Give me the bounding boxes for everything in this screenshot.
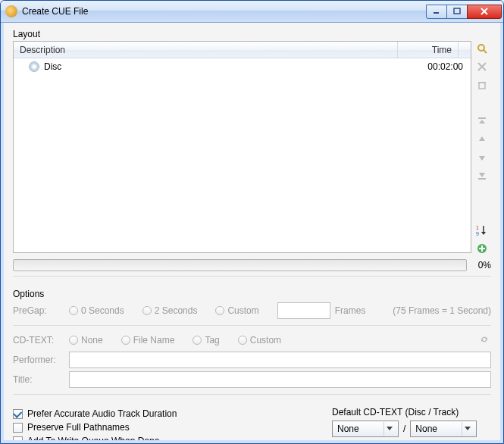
maximize-button[interactable] [446,5,468,19]
move-up-icon[interactable] [474,132,490,147]
cdtext-custom-label: Custom [250,335,281,346]
layout-section-label: Layout [13,29,491,39]
move-bottom-icon[interactable] [474,168,490,183]
svg-point-4 [478,45,484,51]
frames-label: Frames [335,305,366,316]
sort-numeric-icon[interactable]: 19 [474,223,490,238]
search-icon[interactable] [474,41,490,56]
svg-rect-8 [479,83,485,89]
pregap-0s-radio[interactable]: 0 Seconds [69,305,124,316]
cdtext-none-label: None [81,335,103,346]
refresh-icon[interactable] [477,334,491,347]
svg-marker-24 [465,427,471,430]
accurate-duration-checkbox[interactable] [13,409,23,419]
preserve-pathnames-checkbox[interactable] [13,423,23,433]
disc-select-value: None [337,424,359,434]
svg-marker-13 [479,156,485,161]
default-cdtext-disc-select[interactable]: None [332,421,399,437]
svg-text:9: 9 [476,231,479,236]
svg-marker-12 [479,136,485,141]
title-input[interactable] [69,371,491,388]
svg-marker-23 [387,427,393,430]
track-select-value: None [415,424,437,434]
column-description[interactable]: Description [14,42,398,58]
svg-marker-19 [481,232,486,235]
close-button[interactable] [467,5,502,19]
accurate-duration-label: Prefer Accurate Audio Track Duration [27,408,177,419]
cdtext-label: CD-TEXT: [13,335,64,346]
chevron-down-icon [383,422,395,436]
cdtext-tag-radio[interactable]: Tag [193,335,219,346]
side-toolbar: 19 [474,41,491,256]
disc-icon [29,61,39,72]
dialog-window: Create CUE File Layout Description Time [0,0,504,444]
pregap-2s-radio[interactable]: 2 Seconds [142,305,198,316]
preserve-pathnames-label: Preserve Full Pathnames [27,422,130,433]
cdtext-custom-radio[interactable]: Custom [238,335,281,346]
listview-header: Description Time [14,42,471,58]
track-listview[interactable]: Description Time Disc 00:02:00 [13,41,471,253]
default-cdtext-label: Default CD-TEXT (Disc / Track) [332,407,491,417]
add-icon[interactable] [474,241,490,256]
titlebar[interactable]: Create CUE File [1,1,503,23]
svg-text:1: 1 [476,225,479,230]
progress-percent: 0% [471,260,491,270]
add-to-queue-checkbox[interactable] [13,436,23,444]
cdtext-filename-label: File Name [133,335,175,346]
progress-bar [13,259,467,271]
performer-label: Performer: [13,355,64,365]
app-icon [5,5,17,17]
row-time: 00:02:00 [407,61,468,72]
trash-icon[interactable] [474,77,490,92]
column-time[interactable]: Time [398,42,459,58]
pregap-label: PreGap: [13,305,64,316]
select-divider: / [403,424,405,434]
pregap-custom-radio[interactable]: Custom [215,305,258,316]
frames-hint: (75 Frames = 1 Second) [393,305,491,316]
default-cdtext-track-select[interactable]: None [410,421,477,437]
performer-input[interactable] [69,352,491,368]
cdtext-tag-label: Tag [205,335,219,346]
column-spacer [459,42,471,58]
cdtext-none-radio[interactable]: None [69,335,103,346]
list-item[interactable]: Disc 00:02:00 [14,60,471,73]
move-down-icon[interactable] [474,150,490,165]
minimize-button[interactable] [426,5,447,19]
window-title: Create CUE File [22,6,427,17]
add-to-queue-label: Add To Write Queue When Done [27,436,159,443]
svg-rect-1 [454,8,460,14]
remove-icon[interactable] [474,59,490,74]
pregap-0s-label: 0 Seconds [81,305,124,316]
pregap-frames-input[interactable] [277,302,330,319]
chevron-down-icon [462,422,473,436]
svg-marker-14 [479,173,485,177]
row-description: Disc [44,61,407,72]
options-section-label: Options [13,289,491,299]
svg-line-5 [484,50,487,53]
cdtext-filename-radio[interactable]: File Name [121,335,175,346]
move-top-icon[interactable] [474,114,490,129]
svg-marker-11 [479,120,485,124]
pregap-2s-label: 2 Seconds [155,305,198,316]
pregap-custom-label: Custom [227,305,258,316]
title-label: Title: [13,374,64,385]
